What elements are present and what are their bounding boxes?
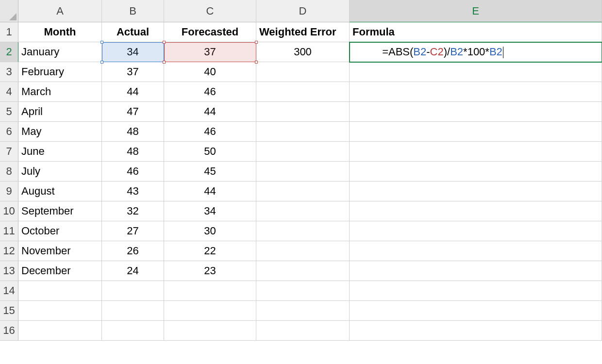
cell-actual[interactable]: 26 (102, 241, 164, 261)
cell-weighted-error[interactable] (256, 261, 350, 281)
cell[interactable] (350, 122, 602, 142)
cell[interactable] (350, 142, 602, 162)
cell-actual[interactable]: 43 (102, 182, 164, 201)
cell-month[interactable]: November (18, 241, 102, 261)
row-header-1[interactable]: 1 (0, 22, 18, 42)
cell-formula-edit[interactable]: =ABS(B2-C2)/B2*100*B2 (350, 42, 602, 62)
cell-month[interactable]: February (18, 62, 102, 82)
cell[interactable] (18, 301, 102, 321)
cell[interactable] (350, 241, 602, 261)
row-header-3[interactable]: 3 (0, 62, 18, 82)
cell-forecasted[interactable]: 50 (164, 142, 256, 162)
cell-month[interactable]: September (18, 201, 102, 221)
cell-month[interactable]: July (18, 162, 102, 182)
cell-forecasted[interactable]: 45 (164, 162, 256, 182)
cell-actual[interactable]: 24 (102, 261, 164, 281)
row-header-5[interactable]: 5 (0, 102, 18, 122)
cell[interactable] (18, 281, 102, 301)
cell-weighted-error[interactable] (256, 62, 350, 82)
spreadsheet[interactable]: A B C D E 1 2 3 4 5 6 7 8 9 10 11 12 13 … (0, 0, 602, 364)
cell-forecasted[interactable]: 44 (164, 182, 256, 201)
cell[interactable] (350, 321, 602, 341)
cell[interactable] (18, 321, 102, 341)
cell-weighted-error[interactable] (256, 142, 350, 162)
row-header-13[interactable]: 13 (0, 261, 18, 281)
cell-actual[interactable]: 48 (102, 122, 164, 142)
header-month[interactable]: Month (18, 22, 102, 42)
cell-forecasted[interactable]: 22 (164, 241, 256, 261)
cell-actual[interactable]: 47 (102, 102, 164, 122)
cell[interactable] (350, 162, 602, 182)
cell-month[interactable]: May (18, 122, 102, 142)
cell-weighted-error[interactable]: 300 (256, 42, 350, 62)
cell-month[interactable]: October (18, 221, 102, 241)
cell[interactable] (164, 321, 256, 341)
cell[interactable] (350, 201, 602, 221)
cell-month[interactable]: April (18, 102, 102, 122)
cell[interactable] (102, 321, 164, 341)
cell[interactable] (350, 221, 602, 241)
row-header-16[interactable]: 16 (0, 321, 18, 341)
cell-month[interactable]: January (18, 42, 102, 62)
cell-actual[interactable]: 27 (102, 221, 164, 241)
cell-actual[interactable]: 32 (102, 201, 164, 221)
cell[interactable] (350, 82, 602, 102)
cell-actual[interactable]: 44 (102, 82, 164, 102)
header-forecasted[interactable]: Forecasted (164, 22, 256, 42)
col-header-D[interactable]: D (256, 0, 350, 22)
cell-actual[interactable]: 37 (102, 62, 164, 82)
cell-month[interactable]: August (18, 182, 102, 201)
cell[interactable] (256, 301, 350, 321)
row-header-8[interactable]: 8 (0, 162, 18, 182)
cell[interactable] (350, 182, 602, 201)
cell[interactable] (350, 102, 602, 122)
row-header-6[interactable]: 6 (0, 122, 18, 142)
cell-forecasted[interactable]: 44 (164, 102, 256, 122)
cell[interactable] (164, 281, 256, 301)
header-weighted-error[interactable]: Weighted Error (256, 22, 350, 42)
row-header-12[interactable]: 12 (0, 241, 18, 261)
cell[interactable] (350, 261, 602, 281)
cell-weighted-error[interactable] (256, 162, 350, 182)
select-all-corner[interactable] (0, 0, 18, 22)
cell-forecasted[interactable]: 37 (164, 42, 256, 62)
row-header-4[interactable]: 4 (0, 82, 18, 102)
cell-weighted-error[interactable] (256, 82, 350, 102)
cell-forecasted[interactable]: 40 (164, 62, 256, 82)
row-header-11[interactable]: 11 (0, 221, 18, 241)
cell-weighted-error[interactable] (256, 221, 350, 241)
cell-weighted-error[interactable] (256, 201, 350, 221)
col-header-E[interactable]: E (350, 0, 602, 22)
cell-month[interactable]: March (18, 82, 102, 102)
cell-actual[interactable]: 48 (102, 142, 164, 162)
cell-weighted-error[interactable] (256, 182, 350, 201)
cell-forecasted[interactable]: 30 (164, 221, 256, 241)
header-actual[interactable]: Actual (102, 22, 164, 42)
cell-weighted-error[interactable] (256, 241, 350, 261)
cell-actual[interactable]: 46 (102, 162, 164, 182)
cell[interactable] (350, 281, 602, 301)
row-header-14[interactable]: 14 (0, 281, 18, 301)
col-header-C[interactable]: C (164, 0, 256, 22)
cell-forecasted[interactable]: 23 (164, 261, 256, 281)
cell-actual[interactable]: 34 (102, 42, 164, 62)
cell-forecasted[interactable]: 34 (164, 201, 256, 221)
row-header-10[interactable]: 10 (0, 201, 18, 221)
cell-forecasted[interactable]: 46 (164, 122, 256, 142)
cell[interactable] (256, 321, 350, 341)
cell[interactable] (102, 301, 164, 321)
col-header-B[interactable]: B (102, 0, 164, 22)
col-header-A[interactable]: A (18, 0, 102, 22)
row-header-2[interactable]: 2 (0, 42, 18, 62)
cell[interactable] (256, 281, 350, 301)
cell[interactable] (164, 301, 256, 321)
cell[interactable] (350, 62, 602, 82)
cell-weighted-error[interactable] (256, 102, 350, 122)
cell[interactable] (102, 281, 164, 301)
row-header-9[interactable]: 9 (0, 182, 18, 201)
row-header-15[interactable]: 15 (0, 301, 18, 321)
cell[interactable] (350, 301, 602, 321)
row-header-7[interactable]: 7 (0, 142, 18, 162)
cell-month[interactable]: June (18, 142, 102, 162)
cell-weighted-error[interactable] (256, 122, 350, 142)
